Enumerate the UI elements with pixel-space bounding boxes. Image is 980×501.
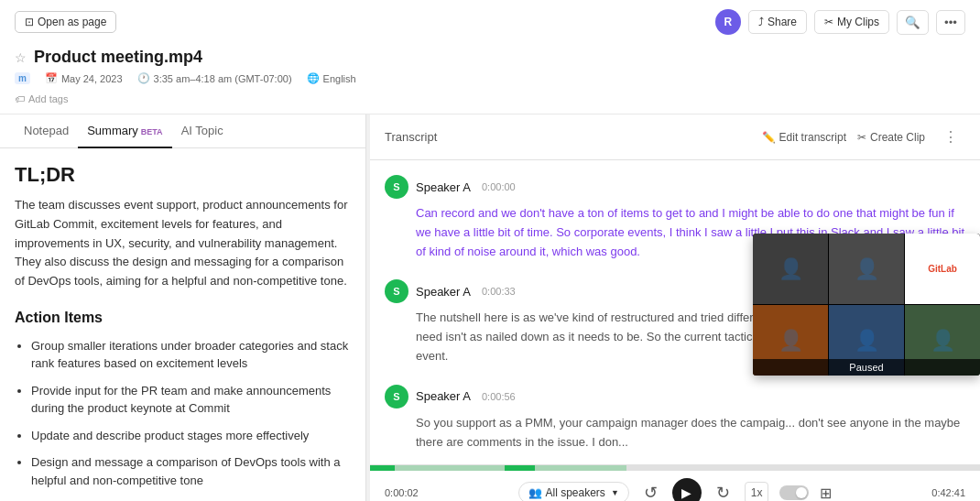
transcript-more-button[interactable]: ⋮	[936, 124, 965, 150]
tab-notepad[interactable]: Notepad	[15, 114, 78, 148]
tag-icon: 🏷	[15, 93, 25, 104]
open-as-page-btn[interactable]: ⊡ Open as page	[15, 11, 116, 33]
edit-icon: ✏️	[762, 131, 776, 144]
playback-speed[interactable]: 1x	[745, 482, 769, 501]
time-elapsed: 0:00:02	[385, 487, 419, 498]
tab-ai-topic[interactable]: AI Topic	[172, 114, 233, 148]
progress-bar[interactable]	[370, 465, 980, 471]
more-options-button[interactable]: •••	[936, 10, 965, 35]
date-meta: 📅 May 24, 2023	[45, 72, 123, 84]
time-total: 0:42:41	[931, 487, 965, 498]
calendar-icon: 📅	[45, 72, 58, 84]
action-item: Group smaller iterations under broader c…	[31, 337, 351, 373]
gitlab-logo-cell: GitLab	[905, 234, 980, 304]
paused-overlay: Paused	[753, 359, 980, 376]
speaker-name: Speaker A	[416, 285, 471, 299]
speaker-timestamp[interactable]: 0:00:00	[482, 181, 516, 192]
action-items-title: Action Items	[15, 310, 351, 326]
summary-text: The team discusses event support, produc…	[15, 196, 351, 291]
video-cell: 👤	[829, 234, 904, 304]
action-item: Update and describe product stages more …	[31, 427, 351, 445]
beta-badge: BETA	[141, 127, 163, 136]
tl-dr-heading: TL;DR	[15, 163, 351, 187]
action-item: Design and message a comparison of DevOp…	[31, 453, 351, 489]
layout-toggle-button[interactable]: ⊞	[820, 485, 832, 502]
time-meta: 🕐 3:35 am–4:18 am (GMT-07:00)	[137, 72, 292, 84]
video-cell: 👤	[753, 234, 828, 304]
search-button[interactable]: 🔍	[897, 10, 929, 35]
transcript-label: Transcript	[385, 130, 437, 144]
scissors-icon: ✂	[857, 131, 866, 144]
my-clips-button[interactable]: ✂ My Clips	[814, 10, 889, 34]
page-icon: ⊡	[25, 16, 34, 28]
tab-summary[interactable]: SummaryBETA	[78, 114, 171, 148]
speakers-icon: 👥	[528, 486, 542, 499]
speaker-block: S Speaker A 0:00:56 So you support as a …	[385, 385, 965, 452]
page-title: Product meeting.mp4	[34, 48, 202, 67]
speaker-name: Speaker A	[416, 389, 471, 403]
action-item: Provide input for the PR team and make a…	[31, 382, 351, 418]
clips-icon: ✂	[824, 16, 833, 28]
speaker-text: So you support as a PMM, your campaign m…	[416, 414, 965, 452]
speaker-name: Speaker A	[416, 180, 471, 194]
forward-button[interactable]: ↻	[713, 479, 734, 501]
speaker-avatar: S	[385, 175, 408, 199]
share-icon: ⤴	[758, 16, 764, 28]
speaker-avatar: S	[385, 385, 408, 408]
video-overlay: 👤 👤 GitLab 👤 👤 👤	[753, 234, 980, 376]
speaker-timestamp[interactable]: 0:00:56	[482, 391, 516, 402]
edit-transcript-button[interactable]: ✏️ Edit transcript	[762, 131, 846, 144]
speaker-filter[interactable]: 👥 All speakers ▼	[518, 482, 629, 501]
file-icon-meta: m	[15, 72, 30, 84]
search-icon: 🔍	[905, 16, 920, 29]
create-clip-button[interactable]: ✂ Create Clip	[857, 131, 925, 144]
rewind-button[interactable]: ↺	[640, 479, 661, 501]
ellipsis-icon: •••	[944, 16, 957, 29]
open-as-page-label: Open as page	[38, 16, 106, 28]
language-meta: 🌐 English	[307, 72, 356, 84]
play-pause-button[interactable]: ▶	[672, 478, 702, 501]
clock-icon: 🕐	[137, 72, 150, 84]
speed-toggle[interactable]	[779, 485, 809, 500]
add-tags-button[interactable]: 🏷 Add tags	[15, 92, 965, 106]
globe-icon: 🌐	[307, 72, 320, 84]
toggle-thumb	[796, 487, 807, 498]
user-avatar[interactable]: R	[715, 9, 741, 35]
share-button[interactable]: ⤴ Share	[748, 10, 807, 34]
speaker-timestamp[interactable]: 0:00:33	[482, 286, 516, 297]
speaker-avatar: S	[385, 279, 408, 303]
star-icon[interactable]: ☆	[15, 50, 27, 65]
chevron-down-icon: ▼	[611, 488, 619, 497]
